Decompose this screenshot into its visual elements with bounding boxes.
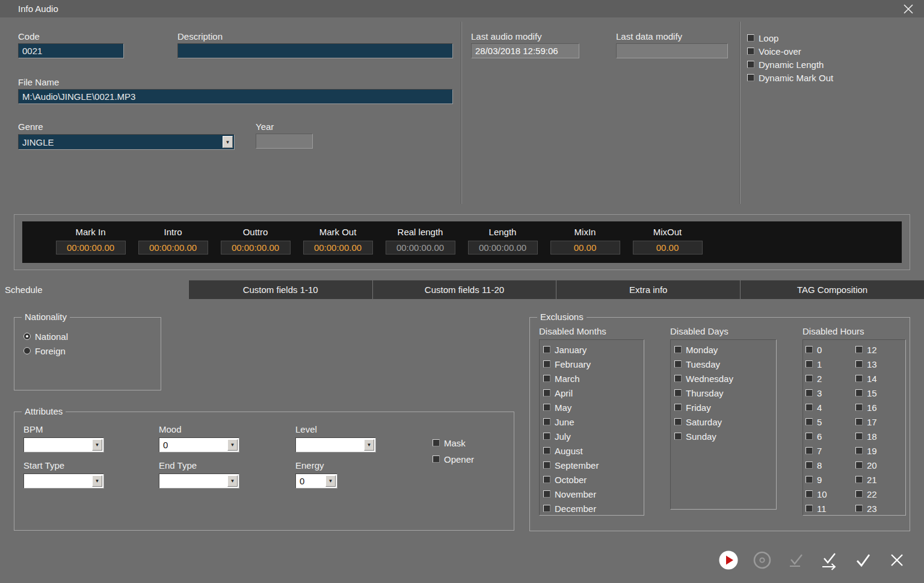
attribute-checkbox[interactable]: Opener: [433, 452, 474, 466]
tab[interactable]: Extra info: [556, 280, 740, 299]
hour-checkbox-item[interactable]: 21: [855, 472, 905, 487]
hour-label: 1: [817, 359, 822, 369]
flag-checkbox[interactable]: Dynamic Mark Out: [747, 71, 833, 84]
year-field[interactable]: [256, 134, 313, 149]
hour-checkbox-item[interactable]: 0: [805, 342, 855, 357]
chevron-down-icon[interactable]: ▼: [92, 475, 102, 487]
hour-checkbox-item[interactable]: 13: [855, 357, 905, 371]
hour-checkbox-item[interactable]: 4: [805, 400, 855, 415]
month-checkbox-item[interactable]: July: [543, 429, 644, 443]
month-checkbox-item[interactable]: March: [543, 371, 644, 386]
hour-label: 8: [817, 460, 822, 470]
file-name-input[interactable]: [18, 89, 453, 104]
mood-select[interactable]: 0 ▼: [159, 437, 239, 452]
month-checkbox-item[interactable]: January: [543, 342, 644, 357]
day-checkbox-item[interactable]: Saturday: [674, 415, 776, 429]
description-input[interactable]: [177, 43, 453, 58]
code-input[interactable]: [18, 43, 124, 58]
bpm-select[interactable]: ▼: [23, 437, 104, 452]
window-close-icon[interactable]: [901, 2, 916, 16]
timing-value-field[interactable]: 00:00:00.00: [303, 241, 373, 254]
month-checkbox-item[interactable]: June: [543, 415, 644, 429]
flag-checkbox[interactable]: Voice-over: [747, 45, 833, 58]
hour-checkbox-item[interactable]: 17: [855, 415, 905, 429]
hour-checkbox-item[interactable]: 15: [855, 386, 905, 400]
hour-checkbox-item[interactable]: 7: [805, 443, 855, 458]
chevron-down-icon[interactable]: ▼: [92, 439, 102, 451]
hour-checkbox-item[interactable]: 2: [805, 371, 855, 386]
hour-checkbox-item[interactable]: 16: [855, 400, 905, 415]
timing-value-field[interactable]: 00.00: [633, 241, 703, 254]
attribute-checkbox[interactable]: Mask: [433, 436, 474, 449]
hour-checkbox-item[interactable]: 10: [805, 487, 855, 501]
hour-checkbox-item[interactable]: 18: [855, 429, 905, 443]
month-checkbox-item[interactable]: April: [543, 386, 644, 400]
hour-checkbox-item[interactable]: 5: [805, 415, 855, 429]
day-checkbox-item[interactable]: Monday: [674, 342, 776, 357]
tab[interactable]: TAG Composition: [740, 280, 924, 299]
hour-checkbox-item[interactable]: 23: [855, 501, 905, 516]
genre-select[interactable]: JINGLE ▼: [18, 134, 235, 150]
close-icon: [885, 548, 909, 572]
description-label: Description: [177, 31, 223, 42]
hour-checkbox-item[interactable]: 1: [805, 357, 855, 371]
timing-value-field[interactable]: 00:00:00.00: [56, 241, 126, 254]
level-select[interactable]: ▼: [295, 437, 376, 452]
hour-label: 7: [817, 446, 822, 456]
month-checkbox-item[interactable]: November: [543, 487, 644, 501]
confirm-button[interactable]: [849, 546, 877, 574]
nationality-radio[interactable]: National: [23, 330, 68, 343]
month-checkbox-item[interactable]: February: [543, 357, 644, 371]
disabled-days-listbox[interactable]: Monday Tuesday Wednesday Thursday Friday: [670, 339, 777, 510]
month-checkbox-item[interactable]: December: [543, 501, 644, 516]
start-type-select[interactable]: ▼: [23, 473, 104, 489]
hour-checkbox-item[interactable]: 8: [805, 458, 855, 472]
energy-select[interactable]: 0 ▼: [295, 473, 337, 489]
day-checkbox-item[interactable]: Friday: [674, 400, 776, 415]
timing-value-field[interactable]: 00:00:00.00: [221, 241, 291, 254]
tab[interactable]: Custom fields 11-20: [372, 280, 556, 299]
month-checkbox-item[interactable]: August: [543, 443, 644, 458]
tab[interactable]: Schedule: [0, 280, 188, 299]
play-button[interactable]: [715, 546, 742, 574]
radio-label: Foreign: [35, 346, 66, 356]
confirm-next-button[interactable]: [816, 546, 843, 574]
hour-checkbox-item[interactable]: 14: [855, 371, 905, 386]
disabled-hours-listbox[interactable]: 0 1 2 3 4: [802, 339, 906, 516]
end-type-select[interactable]: ▼: [159, 473, 239, 489]
chevron-down-icon[interactable]: ▼: [223, 136, 233, 148]
month-checkbox-item[interactable]: May: [543, 400, 644, 415]
day-checkbox-item[interactable]: Tuesday: [674, 357, 776, 371]
day-checkbox-item[interactable]: Sunday: [674, 429, 776, 443]
timing-value-field[interactable]: 00:00:00.00: [138, 241, 208, 254]
save-audio-button[interactable]: [748, 546, 776, 574]
hour-checkbox-item[interactable]: 22: [855, 487, 905, 501]
tab[interactable]: Custom fields 1-10: [188, 280, 372, 299]
hour-checkbox-item[interactable]: 3: [805, 386, 855, 400]
apply-disabled-button[interactable]: [782, 546, 810, 574]
timing-value-field[interactable]: 00.00: [550, 241, 620, 254]
nationality-radio[interactable]: Foreign: [23, 344, 68, 357]
day-checkbox-item[interactable]: Thursday: [674, 386, 776, 400]
hour-checkbox-item[interactable]: 11: [805, 501, 855, 516]
timing-value-field[interactable]: 00:00:00.00: [468, 241, 538, 254]
month-checkbox-item[interactable]: September: [543, 458, 644, 472]
hour-checkbox-item[interactable]: 20: [855, 458, 905, 472]
flag-checkbox[interactable]: Dynamic Length: [747, 58, 833, 71]
chevron-down-icon[interactable]: ▼: [325, 475, 336, 487]
hour-checkbox-item[interactable]: 19: [855, 443, 905, 458]
disabled-months-listbox[interactable]: January February March April May: [539, 339, 644, 516]
hour-checkbox-item[interactable]: 6: [805, 429, 855, 443]
chevron-down-icon[interactable]: ▼: [227, 475, 238, 487]
timing-value-field[interactable]: 00:00:00.00: [386, 241, 455, 254]
day-label: Wednesday: [686, 374, 733, 384]
hour-checkbox-item[interactable]: 9: [805, 472, 855, 487]
flag-checkbox[interactable]: Loop: [747, 31, 833, 45]
hour-checkbox-item[interactable]: 12: [855, 342, 905, 357]
month-checkbox-item[interactable]: October: [543, 472, 644, 487]
chevron-down-icon[interactable]: ▼: [227, 439, 238, 451]
cancel-button[interactable]: [883, 546, 911, 574]
day-checkbox-item[interactable]: Wednesday: [674, 371, 776, 386]
timing-column: Length 00:00:00.00: [461, 221, 544, 263]
chevron-down-icon[interactable]: ▼: [364, 439, 374, 451]
